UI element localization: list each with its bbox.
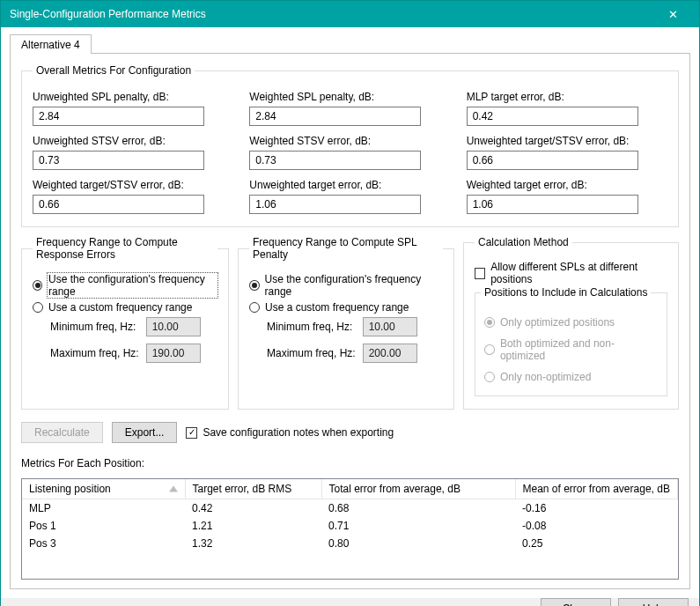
col-total-error[interactable]: Total error from average, dB bbox=[321, 479, 515, 499]
input-mlp[interactable] bbox=[467, 107, 638, 126]
col-listening-position[interactable]: Listening position bbox=[22, 479, 185, 499]
input-w-spl[interactable] bbox=[249, 107, 421, 126]
label-w-targ: Weighted target error, dB: bbox=[467, 179, 667, 191]
check-save-notes-label: Save configuration notes when exporting bbox=[203, 426, 394, 439]
table-cell: MLP bbox=[22, 499, 185, 517]
tab-alternative-4[interactable]: Alternative 4 bbox=[10, 34, 92, 54]
radio-icon bbox=[33, 280, 42, 291]
radio-only-non: Only non-optimized bbox=[484, 371, 658, 383]
overall-metrics-group: Overall Metrics For Configuration Unweig… bbox=[21, 64, 679, 227]
tab-strip: Alternative 4 bbox=[10, 34, 690, 54]
col-mean-error[interactable]: Mean of error from average, dB bbox=[515, 479, 678, 499]
titlebar: Single-Configuration Performance Metrics… bbox=[1, 1, 699, 27]
label-err-max: Maximum freq, Hz: bbox=[50, 347, 139, 359]
table-cell: 0.71 bbox=[321, 517, 515, 535]
input-spl-min[interactable] bbox=[363, 317, 417, 336]
radio-spl-config[interactable]: Use the configuration's frequency range bbox=[249, 273, 443, 298]
input-w-targ[interactable] bbox=[467, 195, 638, 214]
radio-spl-custom[interactable]: Use a custom frequency range bbox=[249, 301, 443, 314]
table-cell: 0.80 bbox=[321, 535, 515, 552]
window-title: Single-Configuration Performance Metrics bbox=[10, 8, 655, 20]
tab-page: Overall Metrics For Configuration Unweig… bbox=[10, 53, 690, 589]
help-button[interactable]: Help bbox=[618, 598, 689, 606]
check-allow-diff-spls[interactable]: Allow different SPLs at different positi… bbox=[475, 261, 667, 285]
radio-icon bbox=[484, 372, 495, 382]
input-err-min[interactable] bbox=[146, 317, 201, 336]
radio-spl-config-label: Use the configuration's frequency range bbox=[265, 273, 443, 298]
sort-asc-icon bbox=[169, 485, 178, 491]
table-row[interactable]: Pos 31.320.800.25 bbox=[22, 535, 678, 552]
window: Single-Configuration Performance Metrics… bbox=[0, 0, 700, 606]
positions-include-group: Positions to Include in Calculations Onl… bbox=[475, 292, 667, 396]
actions-row: Recalculate Export... Save configuration… bbox=[21, 422, 679, 443]
label-mlp: MLP target error, dB: bbox=[467, 91, 667, 103]
label-unw-stsv: Unweighted STSV error, dB: bbox=[33, 135, 233, 147]
freq-range-spl-group: Frequency Range to Compute SPL Penalty U… bbox=[238, 236, 454, 410]
label-spl-max: Maximum freq, Hz: bbox=[267, 347, 356, 359]
checkbox-icon bbox=[475, 268, 485, 279]
calc-legend: Calculation Method bbox=[475, 236, 572, 248]
close-icon[interactable]: ✕ bbox=[655, 1, 690, 27]
label-unw-targ: Unweighted target error, dB: bbox=[249, 179, 450, 191]
table-row[interactable]: MLP0.420.68-0.16 bbox=[22, 499, 678, 517]
input-unw-targ[interactable] bbox=[249, 195, 421, 214]
table-cell: -0.08 bbox=[515, 517, 678, 535]
radio-spl-custom-label: Use a custom frequency range bbox=[265, 301, 409, 314]
label-w-spl: Weighted SPL penalty, dB: bbox=[249, 91, 450, 103]
checkbox-icon bbox=[186, 427, 197, 439]
table-cell: -0.16 bbox=[515, 499, 678, 517]
overall-metrics-legend: Overall Metrics For Configuration bbox=[33, 64, 195, 77]
freq-range-spl-legend: Frequency Range to Compute SPL Penalty bbox=[249, 236, 443, 261]
label-w-stsv: Weighted STSV error, dB: bbox=[249, 135, 450, 147]
input-err-max[interactable] bbox=[146, 344, 201, 363]
table-cell: 0.42 bbox=[185, 499, 321, 517]
table-cell: Pos 3 bbox=[22, 535, 185, 552]
label-spl-min: Minimum freq, Hz: bbox=[267, 321, 356, 333]
input-unw-stsv[interactable] bbox=[33, 151, 204, 170]
radio-only-non-label: Only non-optimized bbox=[500, 371, 591, 383]
radio-err-custom[interactable]: Use a custom frequency range bbox=[33, 301, 217, 314]
freq-range-errors-legend: Frequency Range to Compute Response Erro… bbox=[33, 236, 217, 261]
table-cell: 0.25 bbox=[515, 535, 678, 552]
radio-err-config-label: Use the configuration's frequency range bbox=[48, 273, 217, 298]
radio-both: Both optimized and non-optimized bbox=[484, 337, 658, 362]
col-target-error[interactable]: Target error, dB RMS bbox=[185, 479, 321, 499]
label-err-min: Minimum freq, Hz: bbox=[50, 321, 139, 333]
label-unw-tstsv: Unweighted target/STSV error, dB: bbox=[467, 135, 667, 147]
input-spl-max[interactable] bbox=[363, 344, 417, 363]
radio-icon bbox=[33, 302, 43, 313]
input-w-tstsv[interactable] bbox=[33, 195, 204, 214]
radio-only-optimized: Only optimized positions bbox=[484, 316, 658, 329]
input-unw-tstsv[interactable] bbox=[467, 151, 638, 170]
label-w-tstsv: Weighted target/STSV error, dB: bbox=[33, 179, 233, 191]
table-cell: Pos 1 bbox=[22, 517, 185, 535]
recalculate-button[interactable]: Recalculate bbox=[21, 422, 103, 443]
table-cell: 1.21 bbox=[185, 517, 321, 535]
radio-icon bbox=[249, 302, 260, 313]
calculation-method-group: Calculation Method Allow different SPLs … bbox=[463, 236, 679, 410]
check-allow-diff-spls-label: Allow different SPLs at different positi… bbox=[490, 261, 667, 285]
table-cell: 0.68 bbox=[321, 499, 515, 517]
label-unw-spl: Unweighted SPL penalty, dB: bbox=[33, 91, 233, 103]
input-unw-spl[interactable] bbox=[33, 107, 204, 126]
radio-err-custom-label: Use a custom frequency range bbox=[48, 301, 192, 314]
radio-icon bbox=[484, 344, 495, 355]
close-button[interactable]: Close bbox=[541, 598, 611, 606]
radio-both-label: Both optimized and non-optimized bbox=[500, 337, 658, 362]
export-button[interactable]: Export... bbox=[112, 422, 178, 443]
radio-icon bbox=[484, 317, 495, 328]
input-w-stsv[interactable] bbox=[249, 151, 421, 170]
radio-err-config[interactable]: Use the configuration's frequency range bbox=[33, 273, 217, 298]
client-area: Alternative 4 Overall Metrics For Config… bbox=[1, 27, 699, 598]
table-row[interactable]: Pos 11.210.71-0.08 bbox=[22, 517, 678, 535]
radio-only-optimized-label: Only optimized positions bbox=[500, 316, 615, 329]
freq-range-errors-group: Frequency Range to Compute Response Erro… bbox=[21, 236, 229, 410]
dialog-footer: Close Help bbox=[1, 598, 699, 606]
positions-include-legend: Positions to Include in Calculations bbox=[481, 286, 651, 299]
positions-table[interactable]: Listening position Target error, dB RMS … bbox=[21, 478, 679, 580]
metrics-per-position-label: Metrics For Each Position: bbox=[21, 457, 679, 469]
table-cell: 1.32 bbox=[185, 535, 321, 552]
check-save-notes[interactable]: Save configuration notes when exporting bbox=[186, 426, 394, 439]
radio-icon bbox=[249, 280, 260, 291]
